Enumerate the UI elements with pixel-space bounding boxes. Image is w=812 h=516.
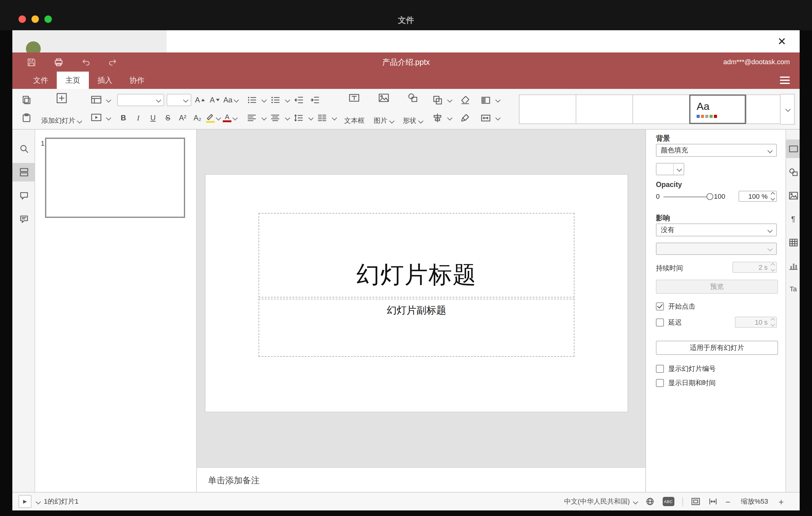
undo-icon[interactable] (80, 56, 91, 67)
slide-subtitle-placeholder[interactable]: 幻灯片副标题 (259, 299, 575, 357)
decrease-indent-icon[interactable] (292, 93, 305, 107)
theme-gallery-expand-button[interactable] (781, 93, 795, 124)
fit-width-icon[interactable] (708, 497, 717, 506)
insert-textbox-button[interactable]: 文本框 (343, 92, 366, 126)
preview-button[interactable]: 预览 (656, 280, 778, 294)
columns-icon[interactable] (315, 111, 328, 125)
save-icon[interactable] (26, 56, 37, 67)
show-date-row[interactable]: 显示日期和时间 (656, 378, 716, 388)
feedback-chat-icon[interactable] (12, 210, 35, 228)
clear-style-icon[interactable] (458, 93, 472, 107)
copy-style-icon[interactable] (458, 111, 472, 125)
show-date-checkbox[interactable] (656, 379, 664, 387)
chart-settings-icon[interactable] (786, 257, 800, 275)
delay-checkbox-row[interactable]: 延迟 (656, 318, 682, 327)
opacity-value-field[interactable]: 100 % (738, 191, 777, 202)
slide[interactable]: 幻灯片标题 幻灯片副标题 (205, 175, 628, 412)
insert-image-button[interactable]: 图片 (372, 92, 395, 126)
slides-panel-icon[interactable] (12, 163, 35, 181)
slide-settings-icon[interactable] (786, 140, 800, 158)
color-scheme-icon[interactable] (478, 93, 492, 107)
start-slideshow-icon[interactable] (89, 111, 103, 125)
duration-field[interactable]: 2 s (732, 262, 777, 273)
search-icon[interactable] (12, 140, 35, 158)
fit-slide-icon[interactable] (691, 497, 700, 506)
chevron-down-icon[interactable] (36, 499, 41, 504)
table-settings-icon[interactable] (786, 233, 800, 252)
globe-icon[interactable] (645, 497, 654, 506)
bold-button[interactable]: B (117, 111, 129, 125)
opacity-slider-track[interactable] (663, 196, 710, 198)
arrange-shapes-icon[interactable] (430, 93, 444, 107)
chevron-down-icon[interactable] (447, 97, 452, 103)
chevron-down-icon[interactable] (495, 115, 500, 121)
paragraph-settings-icon[interactable]: ¶ (786, 210, 800, 228)
tab-home[interactable]: 主页 (57, 71, 89, 89)
apply-to-all-slides-button[interactable]: 适用于所有幻灯片 (656, 341, 778, 355)
spinner-arrows-icon[interactable] (771, 193, 774, 200)
insert-shape-button[interactable]: 形状 (401, 92, 424, 126)
image-settings-icon[interactable] (786, 187, 800, 205)
change-case-icon[interactable]: Aa (223, 93, 238, 107)
slide-thumbnail[interactable] (45, 138, 185, 218)
show-slide-number-checkbox[interactable] (656, 365, 664, 373)
bullets-icon[interactable] (245, 93, 258, 107)
chevron-down-icon[interactable] (495, 97, 500, 103)
zoom-in-button[interactable]: + (779, 496, 784, 507)
highlight-color-icon[interactable] (206, 111, 220, 125)
italic-button[interactable]: I (132, 111, 144, 125)
background-color-swatch[interactable] (656, 163, 684, 175)
chevron-down-icon[interactable] (106, 115, 111, 121)
start-slideshow-statusbar-button[interactable]: ▶ (19, 495, 31, 508)
subscript-button[interactable]: A₂ (191, 111, 204, 125)
spellcheck-icon[interactable]: ABC (662, 497, 674, 506)
horizontal-align-icon[interactable] (245, 111, 258, 125)
tab-insert[interactable]: 插入 (89, 71, 121, 89)
slide-title-placeholder[interactable]: 幻灯片标题 (259, 213, 575, 297)
decrease-font-icon[interactable]: A (208, 93, 221, 107)
slide-layout-icon[interactable] (89, 93, 103, 107)
start-on-click-checkbox[interactable] (656, 303, 664, 311)
show-slide-number-row[interactable]: 显示幻灯片编号 (656, 364, 716, 373)
notes-area[interactable]: 单击添加备注 (197, 467, 645, 492)
chevron-down-icon[interactable] (285, 115, 290, 121)
chevron-down-icon[interactable] (332, 115, 337, 121)
chevron-down-icon[interactable] (106, 97, 111, 103)
effect-type-select[interactable] (656, 242, 777, 255)
background-fill-select[interactable]: 颜色填充 (656, 144, 777, 157)
menu-hamburger-icon[interactable] (780, 77, 790, 84)
strikethrough-button[interactable]: S (162, 111, 174, 125)
close-icon[interactable]: ✕ (774, 33, 790, 49)
print-icon[interactable] (53, 56, 64, 67)
theme-option[interactable] (633, 94, 689, 124)
numbering-icon[interactable] (268, 93, 282, 107)
line-spacing-icon[interactable] (292, 111, 305, 125)
increase-indent-icon[interactable] (308, 93, 321, 107)
redo-icon[interactable] (107, 56, 118, 67)
vertical-align-icon[interactable] (268, 111, 282, 125)
underline-button[interactable]: U (147, 111, 159, 125)
add-slide-button[interactable]: 添加幻灯片 (40, 92, 83, 126)
textart-settings-icon[interactable]: Ta (786, 280, 800, 298)
theme-option-selected[interactable]: Aa (689, 94, 746, 124)
superscript-button[interactable]: A² (176, 111, 189, 125)
paste-icon[interactable] (20, 111, 33, 125)
delay-checkbox[interactable] (656, 318, 664, 326)
start-on-click-checkbox-row[interactable]: 开始点击 (656, 302, 695, 311)
chevron-down-icon[interactable] (308, 115, 314, 121)
comments-icon[interactable] (12, 187, 35, 205)
opacity-slider-knob[interactable] (706, 193, 713, 200)
theme-option[interactable] (576, 94, 633, 124)
align-shapes-icon[interactable] (430, 111, 444, 125)
copy-icon[interactable] (20, 93, 33, 107)
theme-option[interactable] (746, 94, 781, 124)
chevron-down-icon[interactable] (261, 97, 266, 103)
shape-settings-icon[interactable] (786, 163, 800, 181)
tab-collaboration[interactable]: 协作 (121, 71, 153, 89)
chevron-down-icon[interactable] (261, 115, 266, 121)
language-selector[interactable]: 中文(中华人民共和国) (564, 497, 637, 506)
delay-field[interactable]: 10 s (735, 317, 777, 328)
theme-option[interactable] (519, 94, 576, 124)
chevron-down-icon[interactable] (447, 115, 452, 121)
font-name-combo[interactable] (117, 94, 164, 106)
